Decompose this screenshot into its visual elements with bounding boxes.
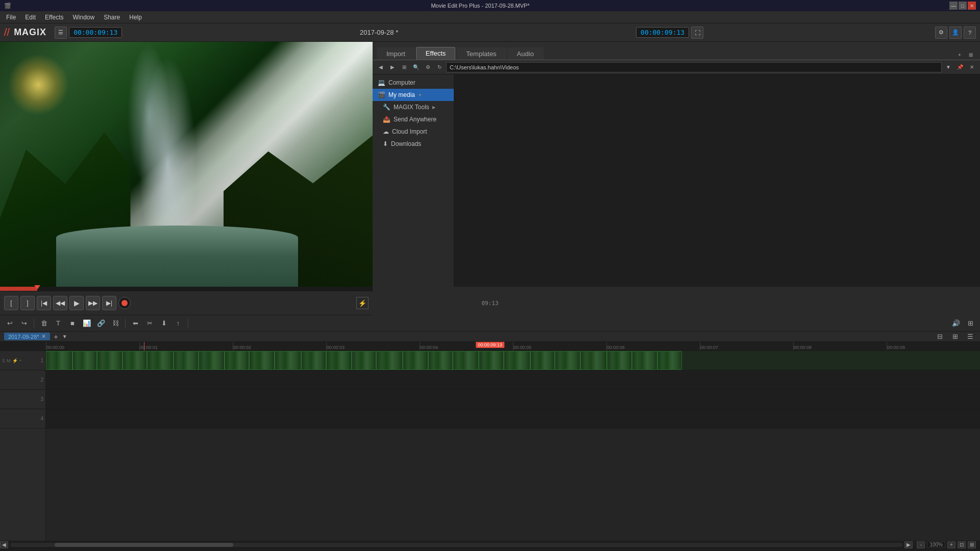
tab-import[interactable]: Import — [377, 47, 415, 60]
clip-18[interactable] — [479, 351, 504, 370]
clip-14[interactable] — [376, 351, 403, 370]
scroll-right-button[interactable]: ▶ — [904, 541, 913, 548]
multitrack-view-button[interactable]: ☰ — [965, 331, 976, 342]
clip-10[interactable] — [275, 351, 301, 370]
path-dropdown-button[interactable]: ▼ — [943, 62, 953, 72]
minimize-button[interactable]: — — [949, 2, 958, 10]
menu-share[interactable]: Share — [100, 13, 124, 22]
scroll-left-button[interactable]: ◀ — [0, 541, 8, 548]
clip-13[interactable] — [352, 351, 376, 370]
clip-16[interactable] — [428, 351, 453, 370]
menu-edit[interactable]: Edit — [21, 13, 40, 22]
storyboard-view-button[interactable]: ⊟ — [934, 331, 945, 342]
track-m[interactable]: M — [7, 358, 11, 363]
clip-5[interactable] — [147, 351, 174, 370]
hamburger-button[interactable]: ☰ — [55, 27, 67, 39]
clip-8[interactable] — [225, 351, 249, 370]
refresh-button[interactable]: ↻ — [434, 62, 445, 72]
mark-in-button[interactable]: [ — [4, 296, 18, 310]
undo-button[interactable]: ↩ — [4, 318, 15, 329]
clip-15[interactable] — [403, 351, 428, 370]
clip-19[interactable] — [504, 351, 530, 370]
zoom-in-button[interactable]: + — [947, 541, 955, 548]
lightning-button[interactable]: ⚡ — [356, 297, 369, 309]
clip-23[interactable] — [607, 351, 632, 370]
effects-tool-button[interactable]: 📊 — [81, 318, 92, 329]
media-item-downloads[interactable]: ⬇ Downloads — [373, 138, 454, 150]
clip-2[interactable] — [72, 351, 97, 370]
insert-button[interactable]: ⬇ — [158, 318, 169, 329]
tab-templates[interactable]: Templates — [456, 47, 506, 60]
mark-out-button[interactable]: ] — [20, 296, 35, 310]
timeline-scrollbar[interactable]: ◀ ▶ - 100% + ⊡ ⊞ — [0, 541, 980, 548]
clip-17[interactable] — [453, 351, 479, 370]
record-button[interactable] — [118, 297, 131, 309]
split-button[interactable]: ✂ — [144, 318, 155, 329]
keyframe-button[interactable]: ■ — [67, 318, 78, 329]
clip-7[interactable] — [199, 351, 225, 370]
window-controls[interactable]: — □ ✕ — [949, 2, 976, 10]
preview-scrubber[interactable] — [0, 287, 373, 291]
next-end-button[interactable]: ▶| — [102, 296, 116, 310]
clip-4[interactable] — [122, 351, 147, 370]
account-button[interactable]: 👤 — [949, 27, 962, 39]
help-button[interactable]: ? — [964, 27, 976, 39]
close-panel-button[interactable]: ✕ — [967, 62, 977, 72]
close-button[interactable]: ✕ — [968, 2, 976, 10]
search-button[interactable]: 🔍 — [411, 62, 421, 72]
timeline-dropdown[interactable]: ▼ — [62, 334, 67, 339]
path-bar[interactable]: C:\Users\lukas.hahn\Videos — [446, 62, 942, 72]
redo-button[interactable]: ↪ — [18, 318, 30, 329]
clip-20[interactable] — [530, 351, 555, 370]
view-toggle-button[interactable]: ⊞ — [399, 62, 409, 72]
prev-button[interactable]: ◀◀ — [53, 296, 67, 310]
clip-3[interactable] — [97, 351, 122, 370]
play-button[interactable]: ▶ — [69, 296, 84, 310]
media-item-computer[interactable]: 💻 Computer — [373, 77, 454, 89]
next-button[interactable]: ▶▶ — [86, 296, 100, 310]
clip-12[interactable] — [326, 351, 352, 370]
zoom-out-button[interactable]: - — [917, 541, 925, 548]
fit-button[interactable]: ⊡ — [958, 541, 966, 548]
move-button[interactable]: ↑ — [173, 318, 184, 329]
clip-22[interactable] — [580, 351, 607, 370]
pin-button[interactable]: 📌 — [955, 62, 965, 72]
back-button[interactable]: ◀ — [376, 62, 386, 72]
menu-effects[interactable]: Effects — [41, 13, 67, 22]
link-button[interactable]: 🔗 — [95, 318, 107, 329]
menu-help[interactable]: Help — [125, 13, 146, 22]
expand-timeline-button[interactable]: ⊞ — [968, 541, 976, 548]
clip-21[interactable] — [555, 351, 580, 370]
media-item-cloudimport[interactable]: ☁ Cloud Import — [373, 126, 454, 138]
clip-1[interactable] — [46, 351, 72, 370]
volume-button[interactable]: 🔊 — [950, 318, 962, 329]
fullscreen-button[interactable]: ⛶ — [691, 27, 703, 39]
prev-start-button[interactable]: |◀ — [37, 296, 51, 310]
media-item-magixtools[interactable]: 🔧 MAGIX Tools ▶ — [373, 101, 454, 113]
settings-button[interactable]: ⚙ — [935, 27, 947, 39]
select-tool[interactable]: ⬅ — [130, 318, 141, 329]
timeline-tab-close[interactable]: ✕ — [41, 333, 46, 340]
tab-effects[interactable]: Effects — [416, 47, 456, 60]
text-button[interactable]: T — [53, 318, 64, 329]
unlink-button[interactable]: ⛓ — [110, 318, 121, 329]
media-item-sendanywhere[interactable]: 📤 Send Anywhere — [373, 113, 454, 126]
media-item-mymedia[interactable]: 🎬 My media ▼ — [373, 89, 454, 101]
panel-grid-button[interactable]: ⊞ — [966, 49, 976, 60]
clip-6[interactable] — [174, 351, 199, 370]
clip-9[interactable] — [249, 351, 275, 370]
clip-11[interactable] — [301, 351, 326, 370]
forward-button[interactable]: ▶ — [387, 62, 398, 72]
menu-file[interactable]: File — [2, 13, 20, 22]
scroll-track[interactable] — [10, 543, 902, 547]
expand-button[interactable]: ⊞ — [965, 318, 976, 329]
options-button[interactable]: ⚙ — [423, 62, 433, 72]
panel-expand-button[interactable]: + — [954, 49, 965, 60]
clip-24[interactable] — [632, 351, 657, 370]
scrubber-thumb[interactable] — [34, 285, 40, 289]
tab-audio[interactable]: Audio — [507, 47, 544, 60]
maximize-button[interactable]: □ — [959, 2, 967, 10]
clip-25[interactable] — [657, 351, 682, 370]
scroll-thumb[interactable] — [55, 543, 233, 547]
track-s[interactable]: S — [2, 358, 5, 363]
